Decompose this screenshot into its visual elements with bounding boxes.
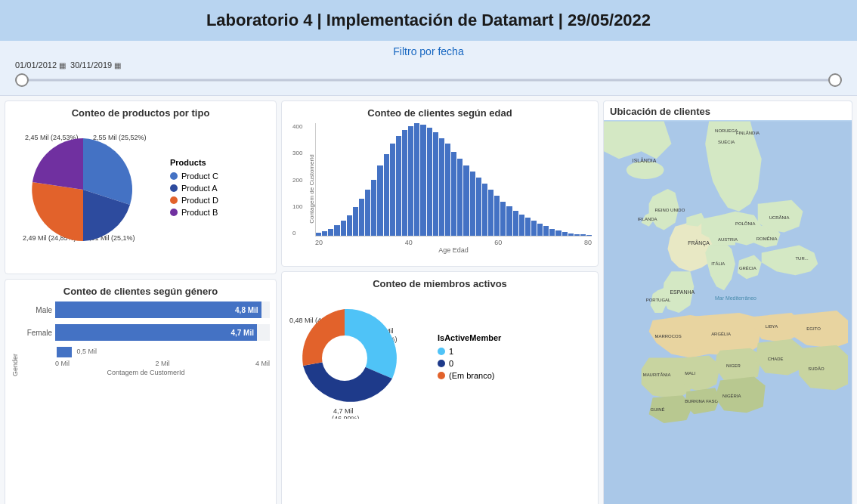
hist-bar-21	[445, 144, 450, 236]
svg-text:GUINÉ: GUINÉ	[651, 407, 665, 412]
legend-label-a: Product A	[181, 184, 218, 193]
hist-bar-40	[562, 232, 568, 236]
hist-bar-29	[494, 196, 500, 236]
calendar-end-icon[interactable]: ▦	[114, 61, 121, 70]
filter-bar: Filtro por fecha 01/01/2012 ▦ 30/11/2019…	[0, 41, 857, 96]
legend-item-c[interactable]: Product C	[170, 172, 218, 181]
hist-bar-38	[549, 229, 555, 236]
hist-bar-19	[433, 132, 438, 236]
legend-item-a[interactable]: Product A	[170, 184, 218, 193]
legend-item-0[interactable]: 0	[438, 359, 501, 368]
bar-label-female: Female	[22, 329, 52, 337]
pie-label-top-right: 2,55 Mil (25,52%)	[93, 134, 147, 141]
hist-bar-10	[377, 165, 382, 236]
hist-bar-28	[488, 190, 493, 236]
svg-text:FINLÂNDIA: FINLÂNDIA	[736, 131, 760, 135]
pie-slice-d	[32, 182, 83, 241]
gender-chart-body: Gender Male 4,8 Mil Female	[11, 301, 270, 376]
svg-text:MAURITÂNIA: MAURITÂNIA	[643, 373, 671, 377]
bar-track-male: 4,8 Mil	[55, 301, 270, 318]
svg-text:MARROCOS: MARROCOS	[655, 334, 682, 339]
pie-slice-b	[32, 138, 83, 190]
gender-chart-panel: Conteo de clientes según género Gender M…	[5, 279, 277, 504]
gender-bars-area: Male 4,8 Mil Female 4,7 Mil	[22, 301, 270, 376]
hist-bar-37	[543, 226, 549, 236]
gender-x-axis-title: Contagem de CustomerId	[22, 369, 270, 376]
date-end-box[interactable]: 30/11/2019 ▦	[70, 60, 121, 70]
hist-bar-34	[525, 218, 531, 236]
hist-bar-12	[390, 144, 395, 236]
donut-hole	[322, 335, 367, 381]
mid-column: Conteo de clientes según edad 400 300 20…	[281, 100, 599, 504]
svg-text:REINO UNIDO: REINO UNIDO	[655, 208, 685, 212]
hist-bar-13	[396, 136, 401, 236]
hist-bar-5	[347, 215, 352, 236]
calendar-start-icon[interactable]: ▦	[59, 61, 66, 70]
hist-bar-44	[586, 235, 592, 236]
gender-bar-male: Male 4,8 Mil	[22, 301, 270, 318]
date-start: 01/01/2012	[15, 60, 57, 70]
legend-item-b[interactable]: Product B	[170, 208, 218, 217]
hist-bar-43	[580, 234, 586, 236]
legend-label-b: Product B	[181, 208, 218, 217]
svg-text:ARGÉLIA: ARGÉLIA	[711, 332, 731, 336]
products-chart-panel: Conteo de productos por tipo 2,55 Mil (2…	[5, 100, 277, 274]
hist-bar-9	[371, 180, 376, 237]
legend-dot-c	[170, 172, 178, 180]
legend-label-blank: (Em branco)	[449, 371, 495, 380]
slider-handle-right[interactable]	[828, 73, 842, 87]
map-area[interactable]: ISLÂNDIA SUÉCIA NORUEGA FINLÂNDIA REINO …	[604, 120, 852, 504]
svg-text:LIBYA: LIBYA	[766, 324, 778, 329]
svg-text:GRÉCIA: GRÉCIA	[739, 266, 756, 271]
map-svg: ISLÂNDIA SUÉCIA NORUEGA FINLÂNDIA REINO …	[604, 120, 852, 504]
svg-text:NORUEGA: NORUEGA	[715, 128, 738, 133]
members-legend: IsActiveMember 1 0 (Em branco)	[438, 333, 501, 383]
svg-text:MALI: MALI	[685, 371, 695, 376]
donut-label-0b: (46,99%)	[332, 415, 360, 419]
hist-bar-25	[470, 172, 475, 236]
members-donut-area: 0,48 Mil (4,83%) 4,82 Mil (48,18%) 4,7 M…	[288, 294, 592, 422]
right-column: Ubicación de clientes ISLÂNDIA	[603, 100, 852, 504]
hist-bar-6	[353, 207, 358, 236]
gender-y-label: Gender	[11, 301, 19, 376]
svg-text:EGITO: EGITO	[806, 326, 821, 331]
date-start-box[interactable]: 01/01/2012 ▦	[15, 60, 66, 70]
members-donut-svg: 0,48 Mil (4,83%) 4,82 Mil (48,18%) 4,7 M…	[288, 294, 432, 422]
slider-handle-left[interactable]	[15, 73, 29, 87]
legend-label-d: Product D	[181, 196, 218, 205]
age-histogram-bars	[315, 123, 592, 237]
legend-item-d[interactable]: Product D	[170, 196, 218, 205]
hist-bar-27	[482, 184, 487, 236]
legend-dot-b	[170, 209, 178, 216]
x-tick-4: 4 Mil	[255, 360, 270, 367]
age-x-labels: 20 40 60 80	[315, 239, 592, 246]
x-tick-0: 0 Mil	[55, 360, 70, 367]
gender-chart-title: Conteo de clientes según género	[11, 286, 270, 297]
age-x-60: 60	[494, 239, 502, 246]
members-chart-title: Conteo de miembros activos	[288, 278, 592, 289]
bar-value-male: 4,8 Mil	[235, 306, 258, 314]
hist-bar-8	[365, 190, 370, 236]
map-title: Ubicación de clientes	[604, 101, 852, 120]
hist-bar-26	[476, 178, 481, 236]
slider-track	[15, 79, 842, 82]
y-tick-0: 0	[292, 230, 302, 237]
dashboard-container: Laboratorio 4 | Implementación de Datama…	[0, 0, 857, 504]
legend-label-0: 0	[449, 359, 453, 368]
legend-item-1[interactable]: 1	[438, 347, 501, 356]
members-legend-title: IsActiveMember	[438, 333, 501, 342]
hist-bar-23	[457, 159, 463, 236]
bar-value-female: 4,7 Mil	[230, 329, 254, 337]
hist-bar-35	[531, 221, 537, 236]
members-chart-panel: Conteo de miembros activos 0,48 Mil (4,8…	[281, 271, 599, 504]
hist-bar-4	[341, 221, 346, 236]
x-axis-labels: 0 Mil 2 Mil 4 Mil	[22, 360, 270, 367]
hist-bar-22	[451, 152, 456, 236]
svg-text:ITÁLIA: ITÁLIA	[711, 261, 725, 266]
legend-item-blank[interactable]: (Em branco)	[438, 371, 501, 380]
svg-text:SUÉCIA: SUÉCIA	[718, 140, 735, 144]
y-tick-300: 300	[292, 150, 302, 156]
y-tick-200: 200	[292, 177, 302, 184]
age-x-20: 20	[315, 239, 323, 246]
date-slider[interactable]	[15, 73, 842, 88]
